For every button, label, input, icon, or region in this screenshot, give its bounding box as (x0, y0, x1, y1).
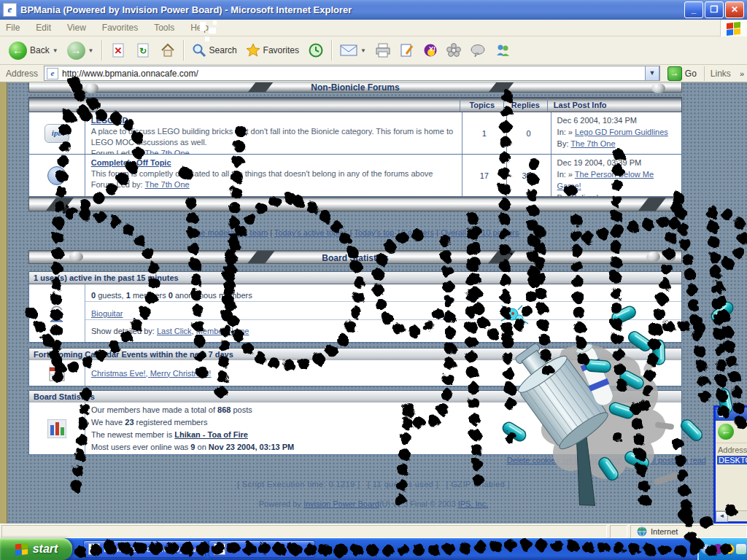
minimize-button[interactable]: _ (684, 1, 703, 18)
flower-icon (446, 43, 461, 58)
menu-file[interactable]: File (6, 23, 20, 33)
calendar-event-link[interactable]: Christmas Eve!, Merry Christmas! (91, 369, 211, 378)
home-button[interactable] (155, 40, 180, 61)
table-bottom-bar (28, 197, 682, 211)
start-button[interactable]: start (0, 538, 72, 560)
toolbar-separator (183, 40, 185, 61)
forum-leader-link[interactable]: The 7th One (145, 180, 190, 189)
bar-chart-icon (47, 419, 66, 438)
task-label: BPMania (Powered by Inv... (104, 545, 203, 553)
stop-button[interactable]: ✕ (106, 40, 131, 61)
forum-link[interactable]: LEGO GD (91, 116, 128, 125)
search-button[interactable]: Search (187, 41, 241, 60)
active-counts-line: 0 guests, 1 members 0 anonymous members (85, 289, 681, 302)
hide-icons-arrow-icon[interactable]: ‹ (701, 544, 711, 554)
column-last-post: Last Post Info (547, 98, 681, 112)
menu-view[interactable]: View (67, 23, 86, 33)
ipb-link[interactable]: Invision Power Board (303, 499, 379, 508)
refresh-button[interactable]: ↻ (131, 40, 155, 61)
bar-slant-decoration (46, 198, 74, 211)
address-dropdown-button[interactable]: ▼ (645, 66, 659, 81)
forward-button[interactable]: → ▼ (63, 39, 98, 62)
taskbar-task-bpmania[interactable]: e BPMania (Powered by Inv... (83, 540, 206, 558)
forum-icon: i (47, 166, 66, 185)
sphere-decoration (69, 83, 83, 93)
menu-favorites[interactable]: Favorites (102, 23, 138, 33)
yahoo-tray-icon[interactable] (713, 544, 723, 554)
active-topics-link[interactable]: Today's active topics (274, 228, 348, 237)
refresh-icon: ↻ (135, 42, 151, 58)
last-poster-link[interactable]: The 7th One (570, 139, 615, 148)
zone-label: Internet (651, 527, 678, 536)
links-label[interactable]: Links (704, 66, 737, 81)
address-label: Address (3, 69, 41, 79)
active-user-icon (48, 305, 66, 322)
forward-icon: → (67, 42, 85, 60)
replies-count: 0 (507, 112, 551, 154)
last-topic-link[interactable]: Lego GD Forum Guidlines (575, 128, 668, 136)
discuss-icon (470, 44, 486, 58)
back-button[interactable]: ← Back ▼ (4, 39, 63, 62)
security-zone-pane: Internet (630, 525, 747, 538)
address-field[interactable]: e ▼ (44, 66, 660, 81)
overlay-browser-window[interactable]: D ← Address DESKTO ◄ (713, 405, 747, 524)
ips-link[interactable]: IPS, Inc. (458, 499, 489, 508)
discuss-button[interactable] (465, 42, 490, 60)
menu-tools[interactable]: Tools (154, 23, 174, 33)
newest-member-link[interactable]: Lhikan - Toa of Fire (174, 430, 248, 439)
overlay-window-title: D (716, 408, 747, 421)
member-name-link[interactable]: Member Name (196, 327, 249, 335)
go-label: Go (685, 69, 697, 79)
system-tray: ‹ (697, 538, 747, 560)
in-label: In: » (557, 170, 573, 179)
messenger-button[interactable] (490, 41, 515, 60)
page-icon: e (47, 68, 58, 79)
column-replies: Replies (503, 98, 547, 112)
edit-button[interactable] (395, 41, 419, 60)
print-button[interactable] (371, 41, 395, 60)
print-icon (375, 43, 391, 58)
mark-read-link[interactable]: Mark all posts as read (627, 456, 706, 464)
mail-dropdown-icon[interactable]: ▼ (360, 47, 366, 54)
overlay-address-label: Address (716, 443, 747, 455)
taskbar-task-second[interactable]: e (209, 540, 315, 558)
scroll-left-icon[interactable]: ◄ (716, 511, 728, 522)
menu-help[interactable]: Help (190, 23, 209, 33)
standard-toolbar: ← Back ▼ → ▼ ✕ ↻ Search Favorites ▼ Y! (0, 36, 747, 65)
go-button[interactable]: → Go (663, 66, 701, 81)
ie-app-icon: e (3, 3, 17, 17)
flower-tool-button[interactable] (442, 41, 465, 60)
yahoo-messenger-button[interactable]: Y! (419, 41, 442, 60)
forward-dropdown-icon[interactable]: ▼ (88, 47, 94, 54)
overlay-back-icon[interactable]: ← (718, 424, 734, 440)
history-icon (308, 42, 324, 58)
window-title: BPMania (Powered by Invision Power Board… (20, 4, 683, 15)
menu-edit[interactable]: Edit (36, 23, 51, 33)
favorites-button[interactable]: Favorites (241, 41, 303, 60)
forum-link[interactable]: Completely Off Topic (91, 158, 171, 167)
top-posters-overall-link[interactable]: Overall top 10 posters (441, 228, 519, 237)
close-button[interactable]: ✕ (725, 1, 744, 18)
overlay-scrollbar[interactable]: ◄ (716, 510, 747, 521)
browser-viewport: Non-Bionicle Forums Topics Replies Last … (0, 82, 747, 524)
aim-tray-icon[interactable] (724, 544, 735, 554)
history-button[interactable] (303, 40, 328, 61)
links-chevron-icon[interactable]: » (740, 69, 744, 78)
last-click-link[interactable]: Last Click (157, 327, 192, 335)
back-dropdown-icon[interactable]: ▼ (53, 47, 58, 54)
address-input[interactable] (61, 68, 645, 79)
back-icon: ← (9, 42, 27, 60)
overlay-selected-text[interactable]: DESKTO (717, 456, 747, 464)
active-user-link[interactable]: Bioguitar (91, 309, 123, 318)
delete-cookies-link[interactable]: Delete cookies set by this board (507, 456, 621, 464)
stats-line-members: We have 23 registered members (85, 417, 681, 427)
maximize-button[interactable]: ❐ (705, 1, 724, 18)
av-tray-icon[interactable] (736, 544, 746, 554)
stats-line-online: Most users ever online was 9 on Nov 23 2… (85, 442, 681, 452)
category-header-bar: Non-Bionicle Forums (28, 82, 682, 93)
category-title[interactable]: Non-Bionicle Forums (29, 82, 681, 93)
mail-button[interactable]: ▼ (336, 42, 371, 59)
top-posters-today-link[interactable]: Today's top 10 posters (354, 228, 434, 237)
stats-header: Board Statistics (28, 390, 682, 403)
moderating-team-link[interactable]: The moderating team (191, 228, 268, 237)
